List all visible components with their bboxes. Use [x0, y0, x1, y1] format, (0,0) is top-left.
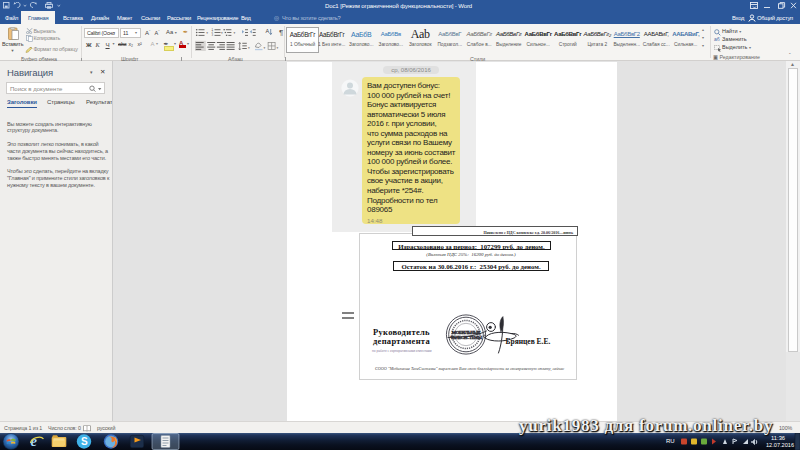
svg-text:3: 3	[212, 33, 214, 37]
svg-text:МОБИЛЬНЫЕ: МОБИЛЬНЫЕ	[452, 330, 481, 335]
svg-text:▾: ▾	[234, 30, 236, 34]
svg-text:▾: ▾	[264, 45, 266, 49]
svg-text:▾: ▾	[248, 45, 250, 49]
svg-text:▾: ▾	[221, 30, 223, 34]
svg-text:S: S	[81, 436, 88, 447]
svg-text:▾: ▾	[276, 45, 278, 49]
svg-text:А: А	[266, 28, 270, 34]
svg-text:▾: ▾	[206, 30, 208, 34]
svg-text:¶: ¶	[279, 28, 283, 37]
